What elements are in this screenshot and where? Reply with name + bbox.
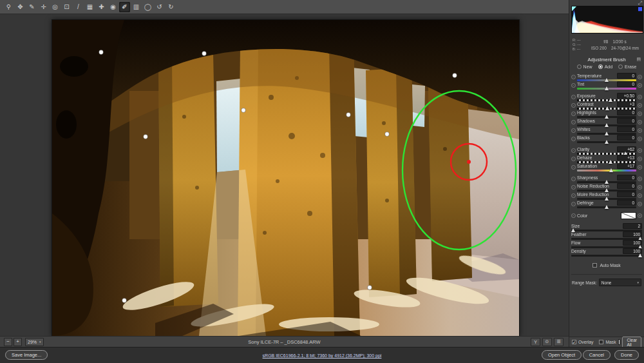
zoom-tool-icon[interactable]: ⚲	[3, 2, 14, 12]
adjustment-brush-tool-icon[interactable]: ✐	[119, 2, 130, 12]
decrease-icon[interactable]	[571, 177, 576, 181]
slider-clarity[interactable]: Clarity+62	[571, 146, 642, 155]
hand-tool-icon[interactable]: ✥	[15, 2, 26, 12]
red-eye-tool-icon[interactable]: ◉	[108, 2, 118, 12]
increase-icon[interactable]	[638, 193, 642, 198]
mode-new-radio[interactable]: New	[577, 64, 592, 69]
brush-pin[interactable]	[144, 135, 148, 139]
color-swatch[interactable]	[621, 212, 636, 219]
zoom-level-select[interactable]: 29% ▾	[25, 338, 44, 346]
preview-swap-toggle-icon[interactable]: ⊙	[542, 338, 552, 346]
before-after-toggle-icon[interactable]: Y	[531, 338, 540, 346]
slider-dehaze[interactable]: Dehaze+13	[571, 155, 642, 163]
clear-all-button[interactable]: Clear All	[622, 337, 641, 348]
slider-defringe[interactable]: Defringe0	[571, 200, 642, 208]
increase-icon[interactable]	[638, 128, 642, 133]
panel-menu-icon[interactable]: ▤	[636, 57, 641, 62]
mask-checkbox[interactable]	[599, 340, 603, 344]
crop-tool-icon[interactable]: ⊡	[61, 2, 72, 12]
slider-noise-reduction[interactable]: Noise Reduction0	[571, 183, 642, 191]
range-mask-select[interactable]: None	[599, 279, 641, 286]
open-object-button[interactable]: Open Object	[542, 350, 582, 360]
auto-mask-checkbox[interactable]	[592, 263, 597, 268]
brush-pin[interactable]	[99, 50, 104, 55]
brush-pin[interactable]	[202, 52, 207, 56]
slider-blacks[interactable]: Blacks0	[571, 135, 642, 143]
brush-pin[interactable]	[122, 299, 127, 303]
photo-canvas[interactable]	[52, 19, 520, 337]
done-button[interactable]: Done	[614, 350, 639, 360]
slider-whites[interactable]: Whites0	[571, 126, 642, 135]
increase-icon[interactable]	[638, 75, 642, 79]
increase-icon[interactable]	[638, 165, 642, 170]
slider-sharpness[interactable]: Sharpness0	[571, 175, 642, 183]
increase-icon[interactable]	[638, 103, 642, 108]
mode-erase-radio[interactable]: Erase	[618, 64, 636, 69]
brush-pin[interactable]	[242, 108, 246, 113]
slider-contrast[interactable]: Contrast+3	[571, 101, 642, 110]
color-sampler-tool-icon[interactable]: ✛	[38, 2, 49, 12]
white-balance-tool-icon[interactable]: ✎	[26, 2, 37, 12]
increase-icon[interactable]	[638, 157, 642, 161]
decrease-icon[interactable]	[571, 120, 576, 124]
slider-flow[interactable]: Flow100	[571, 240, 642, 248]
slider-feather[interactable]: Feather100	[571, 231, 642, 240]
toolbar: ⚲✥✎✛◎⊡/▦✚◉✐▥◯↺↻	[0, 0, 569, 14]
slider-tint[interactable]: Tint0	[571, 81, 642, 90]
increase-icon[interactable]	[638, 185, 642, 190]
increase-icon[interactable]	[638, 95, 642, 99]
graduated-filter-tool-icon[interactable]: ▥	[131, 2, 142, 12]
range-mask-value: None	[601, 280, 612, 285]
increase-icon[interactable]	[638, 148, 642, 153]
radial-filter-tool-icon[interactable]: ◯	[142, 2, 153, 12]
rotate-left-button-icon[interactable]: ↺	[154, 2, 165, 12]
decrease-icon[interactable]	[571, 165, 576, 170]
increase-icon[interactable]	[638, 137, 642, 141]
slider-density[interactable]: Density100	[571, 248, 642, 257]
transform-tool-icon[interactable]: ▦	[84, 2, 95, 12]
spot-removal-tool-icon[interactable]: ✚	[96, 2, 107, 12]
decrease-icon[interactable]	[571, 75, 576, 79]
decrease-icon[interactable]	[571, 128, 576, 133]
zoom-in-button[interactable]: +	[14, 338, 22, 346]
brush-pin[interactable]	[385, 132, 390, 137]
brush-pin[interactable]	[453, 74, 457, 78]
decrease-icon[interactable]	[571, 112, 576, 116]
brush-pin[interactable]	[368, 286, 372, 290]
status-strip: − + 29% ▾ Sony ILCE-7R – _DSC6848.ARW Y⊙…	[0, 336, 569, 347]
decrease-icon[interactable]	[571, 193, 576, 198]
decrease-icon[interactable]	[571, 83, 576, 88]
increase-icon[interactable]	[638, 202, 642, 206]
preview-settings-icon[interactable]: ☰	[554, 338, 564, 346]
decrease-icon[interactable]	[571, 103, 576, 108]
zoom-out-button[interactable]: −	[4, 338, 12, 346]
straighten-tool-icon[interactable]: /	[73, 2, 84, 12]
slider-size[interactable]: Size2	[571, 223, 642, 231]
increase-icon[interactable]	[638, 213, 642, 218]
decrease-icon[interactable]	[571, 157, 576, 161]
targeted-adjustment-tool-icon[interactable]: ◎	[50, 2, 61, 12]
brush-pin[interactable]	[346, 113, 351, 117]
slider-saturation[interactable]: Saturation+17	[571, 163, 642, 172]
increase-icon[interactable]	[638, 120, 642, 124]
cancel-button[interactable]: Cancel	[583, 350, 611, 360]
rotate-right-button-icon[interactable]: ↻	[166, 2, 176, 12]
decrease-icon[interactable]	[571, 185, 576, 190]
decrease-icon[interactable]	[571, 202, 576, 206]
increase-icon[interactable]	[638, 177, 642, 181]
slider-moire-reduction[interactable]: Moire Reduction0	[571, 191, 642, 200]
slider-exposure[interactable]: Exposure+0.50	[571, 93, 642, 101]
decrease-icon[interactable]	[571, 137, 576, 141]
increase-icon[interactable]	[638, 83, 642, 88]
increase-icon[interactable]	[638, 112, 642, 116]
mask-color-swatch[interactable]	[618, 339, 621, 345]
decrease-icon[interactable]	[571, 95, 576, 99]
slider-temperature[interactable]: Temperature0	[571, 73, 642, 81]
histogram[interactable]	[571, 6, 643, 34]
decrease-icon[interactable]	[571, 148, 576, 153]
decrease-icon[interactable]	[571, 213, 576, 218]
mode-add-radio[interactable]: Add	[598, 64, 612, 69]
slider-shadows[interactable]: Shadows0	[571, 118, 642, 126]
slider-highlights[interactable]: Highlights0	[571, 110, 642, 118]
overlay-checkbox[interactable]	[572, 340, 576, 344]
